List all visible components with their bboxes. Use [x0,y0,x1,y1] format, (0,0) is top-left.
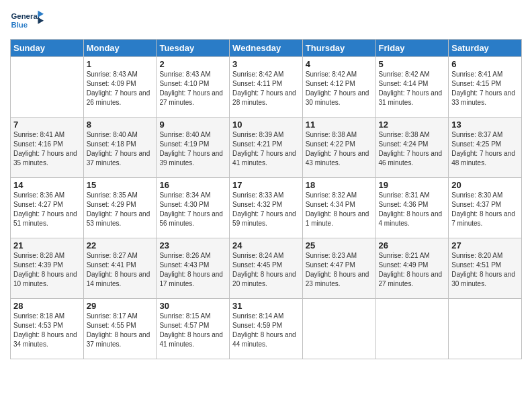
day-cell [375,299,449,359]
day-number: 22 [87,240,154,250]
day-info: Sunrise: 8:39 AMSunset: 4:21 PMDaylight:… [232,130,300,168]
svg-marker-2 [38,11,44,17]
week-row-4: 21Sunrise: 8:28 AMSunset: 4:39 PMDayligh… [11,238,522,299]
day-number: 12 [379,120,446,130]
day-cell: 23Sunrise: 8:26 AMSunset: 4:43 PMDayligh… [157,238,230,299]
week-row-1: 1Sunrise: 8:43 AMSunset: 4:09 PMDaylight… [11,57,522,118]
day-number: 4 [306,59,373,69]
day-cell: 10Sunrise: 8:39 AMSunset: 4:21 PMDayligh… [230,118,303,178]
day-number: 7 [13,120,81,130]
day-info: Sunrise: 8:40 AMSunset: 4:19 PMDaylight:… [159,130,226,168]
day-number: 29 [87,301,154,311]
day-info: Sunrise: 8:23 AMSunset: 4:47 PMDaylight:… [306,251,373,289]
day-cell [11,57,84,118]
day-number: 31 [232,301,300,311]
day-number: 30 [159,301,226,311]
week-row-3: 14Sunrise: 8:36 AMSunset: 4:27 PMDayligh… [11,178,522,238]
day-cell: 31Sunrise: 8:14 AMSunset: 4:59 PMDayligh… [230,299,303,359]
day-info: Sunrise: 8:24 AMSunset: 4:45 PMDaylight:… [232,251,300,289]
day-cell: 20Sunrise: 8:30 AMSunset: 4:37 PMDayligh… [449,178,522,238]
day-info: Sunrise: 8:38 AMSunset: 4:24 PMDaylight:… [379,130,446,168]
weekday-header-monday: Monday [83,40,157,57]
day-info: Sunrise: 8:37 AMSunset: 4:25 PMDaylight:… [451,130,519,168]
weekday-header-saturday: Saturday [449,40,522,57]
logo-icon: General Blue [10,7,44,34]
weekday-header-thursday: Thursday [302,40,375,57]
day-number: 26 [379,240,446,250]
day-info: Sunrise: 8:15 AMSunset: 4:57 PMDaylight:… [159,312,226,349]
day-cell: 29Sunrise: 8:17 AMSunset: 4:55 PMDayligh… [83,299,157,359]
day-info: Sunrise: 8:41 AMSunset: 4:15 PMDaylight:… [451,70,519,107]
day-info: Sunrise: 8:43 AMSunset: 4:09 PMDaylight:… [87,70,154,107]
day-number: 23 [159,240,226,250]
day-number: 1 [87,59,154,69]
day-number: 19 [379,180,446,190]
logo: General Blue [10,7,44,34]
weekday-header-friday: Friday [375,40,449,57]
day-info: Sunrise: 8:42 AMSunset: 4:12 PMDaylight:… [306,70,373,107]
day-number: 18 [306,180,373,190]
day-info: Sunrise: 8:18 AMSunset: 4:53 PMDaylight:… [13,312,81,349]
weekday-header-row: SundayMondayTuesdayWednesdayThursdayFrid… [11,40,522,57]
day-cell: 5Sunrise: 8:42 AMSunset: 4:14 PMDaylight… [375,57,449,118]
page: General Blue SundayMondayTuesdayWednesda… [0,0,532,411]
day-cell: 16Sunrise: 8:34 AMSunset: 4:30 PMDayligh… [157,178,230,238]
day-cell: 30Sunrise: 8:15 AMSunset: 4:57 PMDayligh… [157,299,230,359]
day-info: Sunrise: 8:20 AMSunset: 4:51 PMDaylight:… [451,251,519,289]
day-info: Sunrise: 8:17 AMSunset: 4:55 PMDaylight:… [87,312,154,349]
day-info: Sunrise: 8:35 AMSunset: 4:29 PMDaylight:… [87,191,154,228]
weekday-header-wednesday: Wednesday [230,40,303,57]
day-cell: 1Sunrise: 8:43 AMSunset: 4:09 PMDaylight… [83,57,157,118]
day-info: Sunrise: 8:42 AMSunset: 4:11 PMDaylight:… [232,70,300,107]
day-number: 3 [232,59,300,69]
day-cell: 3Sunrise: 8:42 AMSunset: 4:11 PMDaylight… [230,57,303,118]
day-info: Sunrise: 8:26 AMSunset: 4:43 PMDaylight:… [159,251,226,289]
day-number: 9 [159,120,226,130]
day-cell: 18Sunrise: 8:32 AMSunset: 4:34 PMDayligh… [302,178,375,238]
day-number: 21 [13,240,81,250]
svg-text:Blue: Blue [11,21,28,29]
day-number: 28 [13,301,81,311]
day-cell: 21Sunrise: 8:28 AMSunset: 4:39 PMDayligh… [11,238,84,299]
day-info: Sunrise: 8:38 AMSunset: 4:22 PMDaylight:… [306,130,373,168]
header: General Blue [10,7,522,34]
day-cell: 13Sunrise: 8:37 AMSunset: 4:25 PMDayligh… [449,118,522,178]
day-cell: 4Sunrise: 8:42 AMSunset: 4:12 PMDaylight… [302,57,375,118]
day-cell: 12Sunrise: 8:38 AMSunset: 4:24 PMDayligh… [375,118,449,178]
day-number: 5 [379,59,446,69]
weekday-header-sunday: Sunday [11,40,84,57]
day-info: Sunrise: 8:27 AMSunset: 4:41 PMDaylight:… [87,251,154,289]
day-number: 8 [87,120,154,130]
day-number: 24 [232,240,300,250]
day-number: 10 [232,120,300,130]
day-number: 2 [159,59,226,69]
day-info: Sunrise: 8:41 AMSunset: 4:16 PMDaylight:… [13,130,81,168]
day-info: Sunrise: 8:28 AMSunset: 4:39 PMDaylight:… [13,251,81,289]
day-cell: 6Sunrise: 8:41 AMSunset: 4:15 PMDaylight… [449,57,522,118]
day-number: 16 [159,180,226,190]
day-cell: 26Sunrise: 8:21 AMSunset: 4:49 PMDayligh… [375,238,449,299]
day-number: 13 [451,120,519,130]
svg-text:General: General [11,12,39,20]
day-cell: 2Sunrise: 8:43 AMSunset: 4:10 PMDaylight… [157,57,230,118]
day-info: Sunrise: 8:32 AMSunset: 4:34 PMDaylight:… [306,191,373,228]
calendar-table: SundayMondayTuesdayWednesdayThursdayFrid… [10,39,522,359]
day-info: Sunrise: 8:30 AMSunset: 4:37 PMDaylight:… [451,191,519,228]
day-cell [302,299,375,359]
week-row-5: 28Sunrise: 8:18 AMSunset: 4:53 PMDayligh… [11,299,522,359]
day-cell: 15Sunrise: 8:35 AMSunset: 4:29 PMDayligh… [83,178,157,238]
day-info: Sunrise: 8:31 AMSunset: 4:36 PMDaylight:… [379,191,446,228]
day-info: Sunrise: 8:40 AMSunset: 4:18 PMDaylight:… [87,130,154,168]
day-info: Sunrise: 8:14 AMSunset: 4:59 PMDaylight:… [232,312,300,349]
day-cell: 7Sunrise: 8:41 AMSunset: 4:16 PMDaylight… [11,118,84,178]
day-cell: 19Sunrise: 8:31 AMSunset: 4:36 PMDayligh… [375,178,449,238]
day-number: 6 [451,59,519,69]
day-info: Sunrise: 8:36 AMSunset: 4:27 PMDaylight:… [13,191,81,228]
day-number: 17 [232,180,300,190]
day-number: 11 [306,120,373,130]
day-number: 15 [87,180,154,190]
day-cell: 17Sunrise: 8:33 AMSunset: 4:32 PMDayligh… [230,178,303,238]
day-cell [449,299,522,359]
day-info: Sunrise: 8:34 AMSunset: 4:30 PMDaylight:… [159,191,226,228]
day-number: 25 [306,240,373,250]
